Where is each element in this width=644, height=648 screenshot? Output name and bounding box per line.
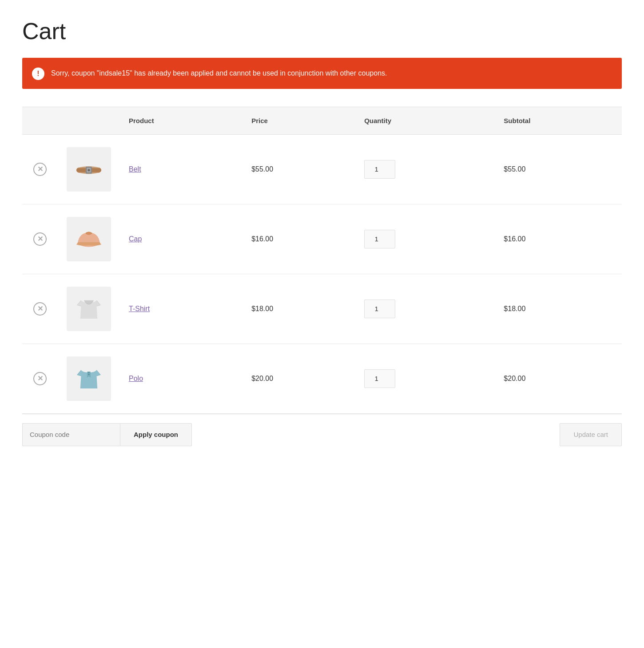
remove-button-cap[interactable]: ✕	[33, 232, 47, 246]
error-icon: !	[32, 68, 44, 80]
error-message: Sorry, coupon "indsale15" has already be…	[51, 69, 387, 77]
product-image-cap	[67, 217, 111, 261]
col-header-image	[58, 107, 120, 134]
col-header-price: Price	[242, 107, 355, 134]
cart-table: Product Price Quantity Subtotal ✕	[22, 107, 622, 414]
qty-cell-belt	[355, 134, 495, 204]
qty-input-polo[interactable]	[364, 369, 395, 388]
remove-button-tshirt[interactable]: ✕	[33, 302, 47, 316]
product-name-cell-belt: Belt	[120, 134, 242, 204]
table-row: ✕ Cap $16.00 $16.00	[22, 204, 622, 274]
qty-cell-polo	[355, 344, 495, 413]
svg-point-5	[87, 169, 90, 171]
price-cell-belt: $55.00	[242, 134, 355, 204]
image-cell-belt	[58, 134, 120, 204]
price-cell-tshirt: $18.00	[242, 274, 355, 344]
remove-button-polo[interactable]: ✕	[33, 372, 47, 385]
remove-cell: ✕	[22, 274, 58, 344]
remove-icon-polo: ✕	[33, 372, 47, 385]
error-notice: ! Sorry, coupon "indsale15" has already …	[22, 58, 622, 89]
remove-cell: ✕	[22, 204, 58, 274]
product-name-cell-polo: Polo	[120, 344, 242, 413]
price-cell-cap: $16.00	[242, 204, 355, 274]
image-cell-tshirt	[58, 274, 120, 344]
remove-icon-tshirt: ✕	[33, 302, 47, 316]
table-row: ✕ Polo $20.00 $20.00	[22, 344, 622, 413]
page-title: Cart	[22, 18, 622, 44]
col-header-product: Product	[120, 107, 242, 134]
remove-cell: ✕	[22, 134, 58, 204]
svg-point-9	[88, 373, 90, 375]
update-cart-button[interactable]: Update cart	[560, 423, 622, 446]
remove-cell: ✕	[22, 344, 58, 413]
qty-cell-tshirt	[355, 274, 495, 344]
qty-input-cap[interactable]	[364, 230, 395, 248]
product-link-polo[interactable]: Polo	[129, 375, 143, 382]
coupon-input[interactable]	[22, 423, 120, 446]
qty-input-tshirt[interactable]	[364, 300, 395, 318]
cart-actions: Apply coupon Update cart	[22, 414, 622, 455]
apply-coupon-button[interactable]: Apply coupon	[120, 423, 192, 446]
qty-input-belt[interactable]	[364, 160, 395, 179]
remove-icon-cap: ✕	[33, 232, 47, 246]
product-link-cap[interactable]: Cap	[129, 235, 142, 243]
product-image-belt	[67, 147, 111, 192]
remove-icon-belt: ✕	[33, 163, 47, 176]
table-row: ✕ Belt $55.00 $55.00	[22, 134, 622, 204]
product-name-cell-cap: Cap	[120, 204, 242, 274]
col-header-remove	[22, 107, 58, 134]
image-cell-cap	[58, 204, 120, 274]
qty-cell-cap	[355, 204, 495, 274]
table-row: ✕ T-Shirt $18.00 $18.00	[22, 274, 622, 344]
col-header-quantity: Quantity	[355, 107, 495, 134]
subtotal-cell-belt: $55.00	[495, 134, 622, 204]
product-link-belt[interactable]: Belt	[129, 165, 141, 173]
price-cell-polo: $20.00	[242, 344, 355, 413]
subtotal-cell-polo: $20.00	[495, 344, 622, 413]
coupon-section: Apply coupon	[22, 423, 192, 446]
svg-point-8	[88, 372, 90, 373]
product-image-tshirt	[67, 287, 111, 331]
product-name-cell-tshirt: T-Shirt	[120, 274, 242, 344]
subtotal-cell-cap: $16.00	[495, 204, 622, 274]
product-image-polo	[67, 356, 111, 401]
image-cell-polo	[58, 344, 120, 413]
remove-button-belt[interactable]: ✕	[33, 163, 47, 176]
table-header-row: Product Price Quantity Subtotal	[22, 107, 622, 134]
product-link-tshirt[interactable]: T-Shirt	[129, 305, 150, 312]
col-header-subtotal: Subtotal	[495, 107, 622, 134]
subtotal-cell-tshirt: $18.00	[495, 274, 622, 344]
